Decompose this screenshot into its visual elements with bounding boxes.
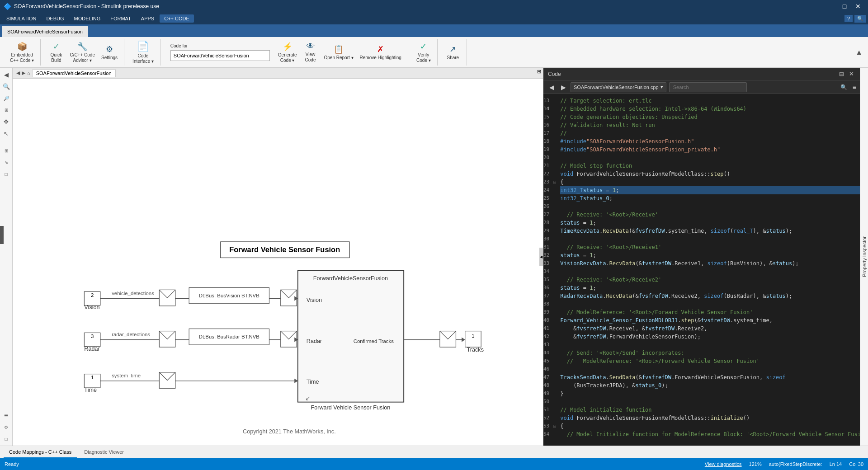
window-controls: — □ ✕ xyxy=(825,2,864,11)
line-number: 20 xyxy=(543,154,553,162)
canvas-home-btn[interactable]: ⌂ xyxy=(27,70,30,76)
sidebar-block-btn[interactable]: □ xyxy=(1,169,11,179)
generate-code-button[interactable]: ⚡ GenerateCode ▾ xyxy=(275,40,300,65)
line-number: 17 xyxy=(543,129,553,137)
status-right: View diagnostics 121% auto(FixedStepDisc… xyxy=(705,461,863,467)
help-button[interactable]: ? xyxy=(844,15,853,22)
svg-text:Copyright 2021 The MathWorks, : Copyright 2021 The MathWorks, Inc. xyxy=(243,428,336,435)
share-button[interactable]: ↗ Share xyxy=(443,40,463,65)
canvas-resize-handle[interactable]: ◀ xyxy=(539,248,543,266)
toolbar-group-generate-code: Code for ⚡ GenerateCode ▾ 👁 ViewCode 📋 O… xyxy=(162,39,408,66)
fold-gutter-cell xyxy=(553,308,557,316)
line-number: 46 xyxy=(543,365,553,373)
sidebar-bottom-btn-3[interactable]: □ xyxy=(1,434,11,444)
fold-gutter-cell xyxy=(553,406,557,414)
fold-gutter-cell xyxy=(553,381,557,390)
line-number: 19 xyxy=(543,146,553,154)
code-content[interactable]: 1314151617181920212223242526272829303132… xyxy=(543,94,860,446)
view-code-icon: 👁 xyxy=(307,42,315,51)
sidebar-bottom-btn-2[interactable]: ⚙ xyxy=(1,422,11,432)
quick-build-button[interactable]: ✓ QuickBuild xyxy=(46,40,66,65)
sidebar-bottom-btn-1[interactable]: ☰ xyxy=(1,410,11,420)
fold-gutter-cell xyxy=(553,137,557,146)
fold-gutter-cell xyxy=(553,105,557,113)
canvas-header: ◀ ▶ ⌂ SOAForwardVehicleSensorFusion ⊞ xyxy=(13,68,543,79)
line-number: 41 xyxy=(543,324,553,333)
code-search-input[interactable] xyxy=(669,82,747,92)
fold-gutter-cell[interactable]: ⊟ xyxy=(553,178,557,186)
menu-cpp-code[interactable]: C++ CODE xyxy=(160,14,194,23)
canvas-nav-btn-2[interactable]: ▶ xyxy=(22,70,25,76)
code-line: int32_T status = 1; xyxy=(560,186,860,194)
canvas-breadcrumb-tab[interactable]: SOAForwardVehicleSensorFusion xyxy=(32,69,116,77)
svg-text:vehicle_detections: vehicle_detections xyxy=(112,291,154,296)
fold-gutter-cell xyxy=(553,276,557,284)
search-menu-button[interactable]: 🔍 xyxy=(854,15,866,23)
sidebar-zoom-out-btn[interactable]: 🔎 xyxy=(1,93,11,103)
toolbar-collapse-button[interactable]: ▲ xyxy=(855,48,863,56)
close-panel-button[interactable]: ✕ xyxy=(847,70,855,78)
code-collapse-handle[interactable] xyxy=(0,226,4,244)
maximize-button[interactable]: □ xyxy=(838,2,851,11)
code-line xyxy=(560,202,860,211)
sidebar-zoom-in-btn[interactable]: 🔍 xyxy=(1,81,11,91)
open-report-button[interactable]: 📋 Open Report ▾ xyxy=(321,40,356,65)
menu-modeling[interactable]: MODELING xyxy=(70,14,105,23)
fold-gutter-cell xyxy=(553,202,557,211)
svg-text:1: 1 xyxy=(472,333,474,338)
close-button[interactable]: ✕ xyxy=(852,2,864,11)
menu-debug[interactable]: DEBUG xyxy=(42,14,68,23)
sidebar-select-btn[interactable]: ↖ xyxy=(1,128,11,138)
verify-code-button[interactable]: ✓ VerifyCode ▾ xyxy=(414,40,434,65)
code-panel-options-button[interactable]: ≡ xyxy=(853,84,856,91)
menu-apps[interactable]: APPS xyxy=(137,14,159,23)
undock-button[interactable]: ⊟ xyxy=(837,70,845,78)
settings-button[interactable]: ⚙ Settings xyxy=(99,40,120,65)
remove-highlighting-button[interactable]: ✗ Remove Highlighting xyxy=(357,40,404,65)
canvas-tab-main[interactable]: SOAForwardVehicleSensorFusion xyxy=(2,26,88,37)
menu-format[interactable]: FORMAT xyxy=(106,14,136,23)
code-line xyxy=(560,154,860,162)
code-for-input[interactable] xyxy=(170,50,270,61)
fold-gutter-cell xyxy=(553,97,557,105)
fold-gutter: ⊟⊟ xyxy=(553,94,557,446)
forward-button[interactable]: ▶ xyxy=(559,83,568,92)
svg-text:system_time: system_time xyxy=(112,373,141,378)
bottom-tab-diagnostic-viewer[interactable]: Diagnostic Viewer xyxy=(79,446,129,458)
sidebar-pan-btn[interactable]: ✥ xyxy=(1,117,11,127)
sidebar-grid-btn[interactable]: ⊞ xyxy=(1,146,11,155)
back-button[interactable]: ◀ xyxy=(547,83,556,92)
svg-text:Vision: Vision xyxy=(84,304,99,310)
code-line: void ForwardVehicleSensorFusionRefModelC… xyxy=(560,170,860,178)
canvas-nav-btn-1[interactable]: ◀ xyxy=(16,70,20,76)
sidebar-signal-btn[interactable]: ∿ xyxy=(1,157,11,167)
toolbar-group-share: ↗ Share SHARE xyxy=(439,39,467,66)
fold-gutter-cell xyxy=(553,300,557,308)
bottom-tab-code-mappings[interactable]: Code Mappings - C++ Class xyxy=(4,446,77,458)
fold-gutter-cell[interactable]: ⊟ xyxy=(553,422,557,430)
embedded-icon: 📦 xyxy=(17,42,27,52)
status-ready: Ready xyxy=(5,461,19,467)
canvas-maximize-btn[interactable]: ⊞ xyxy=(537,69,541,75)
minimize-button[interactable]: — xyxy=(825,2,837,11)
view-diagnostics-link[interactable]: View diagnostics xyxy=(705,461,742,467)
window-title: SOAForwardVehicleSensorFusion - Simulink… xyxy=(14,3,159,9)
svg-marker-47 xyxy=(294,379,298,383)
line-number: 21 xyxy=(543,162,553,170)
embedded-cpp-code-button[interactable]: 📦 EmbeddedC++ Code ▾ xyxy=(7,40,37,65)
code-line: status = 1; xyxy=(560,219,860,227)
fold-gutter-cell xyxy=(553,113,557,121)
app-icon: 🔷 xyxy=(4,3,11,10)
code-line xyxy=(560,365,860,373)
menu-simulation[interactable]: SIMULATION xyxy=(2,14,41,23)
svg-text:Dt:Bus: BusRadar BT:NVB: Dt:Bus: BusRadar BT:NVB xyxy=(199,334,259,339)
code-panel-controls: ⊟ ✕ xyxy=(837,70,855,78)
property-inspector-label[interactable]: Property Inspector xyxy=(861,233,868,281)
sidebar-fit-btn[interactable]: ⊞ xyxy=(1,105,11,115)
code-line: // Receive: '<Root>/Receive' xyxy=(560,211,860,219)
file-selector[interactable]: SOAForwardVehicleSensorFusion.cpp ▾ xyxy=(571,82,666,92)
code-line: // Receive: '<Root>/Receive2' xyxy=(560,276,860,284)
code-advisor-button[interactable]: 🔧 C/C++ CodeAdvisor ▾ xyxy=(67,40,98,65)
code-interface-button[interactable]: 📄 CodeInterface ▾ xyxy=(130,40,156,65)
view-code-button[interactable]: 👁 ViewCode xyxy=(301,40,321,65)
